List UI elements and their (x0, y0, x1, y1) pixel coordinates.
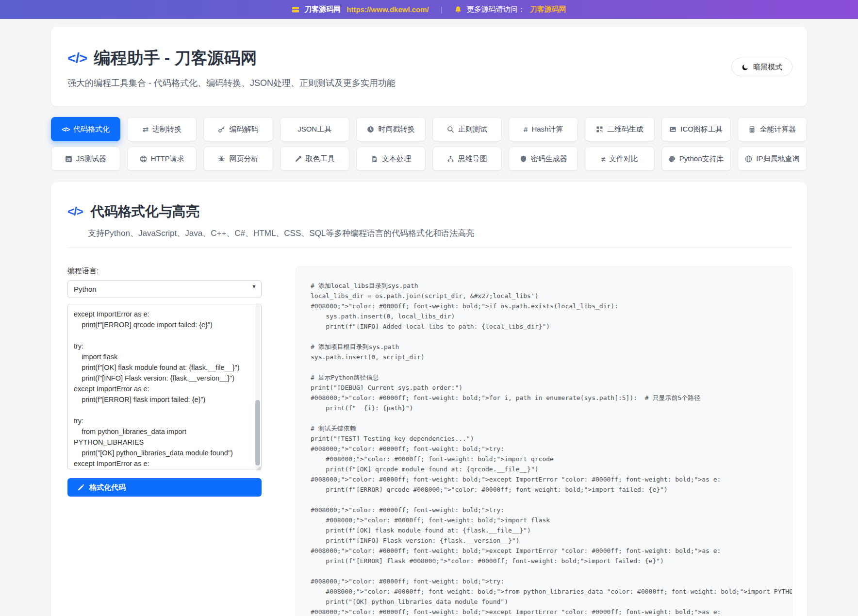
language-selected-value: Python (74, 285, 97, 293)
header-card: </> 编程助手 - 刀客源码网 强大的编程工具集合 - 代码格式化、编码转换、… (51, 27, 807, 106)
tab-web-analyze[interactable]: 网页分析 (203, 147, 273, 171)
format-code-button[interactable]: 格式化代码 (67, 478, 262, 497)
not-equal-icon: ≠ (601, 155, 605, 163)
textarea-scrollbar-track[interactable] (255, 305, 260, 469)
spider-icon (218, 155, 225, 163)
file-icon (371, 155, 378, 163)
tab-label: 时间戳转换 (378, 125, 414, 134)
tab-js-tester[interactable]: JSJS测试器 (51, 147, 120, 171)
textarea-resize-handle[interactable] (256, 466, 261, 470)
input-column: 编程语言: Python ▼ except ImportError as e: … (67, 266, 262, 616)
tab-label: Python支持库 (679, 154, 724, 164)
tab-label: JS测试器 (76, 154, 107, 164)
formatted-output-panel[interactable]: # 添加local_libs目录到sys.path local_libs_dir… (296, 266, 792, 616)
tab-label: HTTP请求 (151, 154, 184, 164)
calculator-icon (748, 126, 756, 133)
topbar-site-name: 刀客源码网 (304, 5, 341, 14)
tab-label: 全能计算器 (759, 125, 796, 134)
tab-password-gen[interactable]: 密码生成器 (509, 147, 578, 171)
tab-label: 编码解码 (229, 125, 258, 134)
topbar-separator: | (441, 5, 443, 14)
svg-text:JS: JS (66, 157, 71, 161)
formatted-output-code: # 添加local_libs目录到sys.path local_libs_dir… (311, 281, 777, 616)
tab-regex-test[interactable]: 正则测试 (432, 117, 502, 141)
tab-qrcode-gen[interactable]: 二维码生成 (585, 117, 654, 141)
clock-icon (367, 126, 374, 133)
tab-encode-decode[interactable]: 编码解码 (203, 117, 273, 141)
tab-label: 取色工具 (306, 154, 335, 164)
tab-label: Hash计算 (531, 125, 563, 134)
language-label: 编程语言: (67, 266, 262, 276)
code-icon: </> (67, 50, 87, 67)
code-input-wrap: except ImportError as e: print(f"[ERROR]… (67, 304, 262, 471)
python-icon (668, 155, 676, 163)
code-icon: </> (62, 126, 69, 133)
eyedropper-icon (295, 155, 302, 163)
tab-text-process[interactable]: 文本处理 (356, 147, 426, 171)
tab-label: 密码生成器 (531, 154, 567, 164)
tab-label: 文件对比 (609, 154, 638, 164)
tab-label: IP归属地查询 (756, 154, 799, 164)
search-icon (447, 126, 454, 133)
swap-icon: ⇄ (143, 126, 149, 133)
tab-label: 正则测试 (458, 125, 487, 134)
bell-icon (454, 6, 462, 14)
site-logo-icon (292, 6, 299, 14)
page-title: 编程助手 - 刀客源码网 (94, 47, 257, 69)
dark-mode-button[interactable]: 暗黑模式 (731, 58, 792, 76)
tab-timestamp-convert[interactable]: 时间戳转换 (356, 117, 426, 141)
tab-label: 文本处理 (382, 154, 411, 164)
pencil-icon (77, 484, 84, 491)
tab-calculator[interactable]: 全能计算器 (738, 117, 807, 141)
shield-icon (520, 155, 527, 163)
key-icon (218, 126, 225, 133)
page-subtitle: 强大的编程工具集合 - 代码格式化、编码转换、JSON处理、正则测试及更多实用功… (67, 77, 786, 89)
tab-hash-calc[interactable]: #Hash计算 (509, 117, 578, 141)
tab-python-libs[interactable]: Python支持库 (661, 147, 731, 171)
tab-color-picker[interactable]: 取色工具 (280, 147, 349, 171)
tab-label: 代码格式化 (73, 125, 110, 134)
topbar-site-url-link[interactable]: https://www.dkewl.com/ (346, 5, 429, 14)
textarea-scrollbar-thumb[interactable] (255, 400, 260, 466)
tab-ico-tools[interactable]: ICO图标工具 (661, 117, 731, 141)
tab-label: 思维导图 (458, 154, 487, 164)
dark-mode-label: 暗黑模式 (753, 63, 782, 72)
hash-icon: # (524, 126, 528, 133)
tool-tabs: </>代码格式化⇄进制转换编码解码JSON工具时间戳转换正则测试#Hash计算二… (51, 117, 807, 171)
tab-code-format[interactable]: </>代码格式化 (51, 117, 120, 141)
section-subtitle: 支持Python、JavaScript、Java、C++、C#、HTML、CSS… (88, 228, 792, 239)
moon-icon (742, 64, 749, 71)
tab-label: 二维码生成 (607, 125, 644, 134)
globe-icon (140, 155, 147, 163)
divider (67, 248, 792, 248)
tab-mindmap[interactable]: 思维导图 (432, 147, 502, 171)
formatter-card: </> 代码格式化与高亮 支持Python、JavaScript、Java、C+… (51, 182, 807, 616)
topbar-more-text: 更多源码请访问： (467, 5, 525, 14)
tab-label: ICO图标工具 (680, 125, 723, 134)
tab-json-tools[interactable]: JSON工具 (280, 117, 349, 141)
qrcode-icon (596, 126, 603, 133)
language-select[interactable]: Python ▼ (67, 280, 262, 298)
tab-file-diff[interactable]: ≠文件对比 (585, 147, 654, 171)
globe-meridian-icon (745, 155, 752, 163)
tab-base-convert[interactable]: ⇄进制转换 (127, 117, 197, 141)
code-icon: </> (67, 205, 83, 218)
code-input[interactable]: except ImportError as e: print(f"[ERROR]… (67, 304, 262, 469)
tab-label: 进制转换 (152, 125, 182, 134)
format-code-label: 格式化代码 (89, 483, 126, 492)
tab-ip-lookup[interactable]: IP归属地查询 (738, 147, 807, 171)
chevron-down-icon: ▼ (251, 283, 257, 289)
tab-http-request[interactable]: HTTP请求 (127, 147, 197, 171)
tab-label: 网页分析 (229, 154, 258, 164)
image-icon (669, 126, 676, 133)
tab-label: JSON工具 (297, 125, 331, 134)
topbar-more-link[interactable]: 刀客源码网 (530, 5, 566, 14)
section-title: 代码格式化与高亮 (91, 202, 199, 221)
topbar: 刀客源码网 https://www.dkewl.com/ | 更多源码请访问： … (0, 0, 858, 19)
js-icon: JS (65, 155, 72, 163)
sitemap-icon (447, 155, 454, 163)
